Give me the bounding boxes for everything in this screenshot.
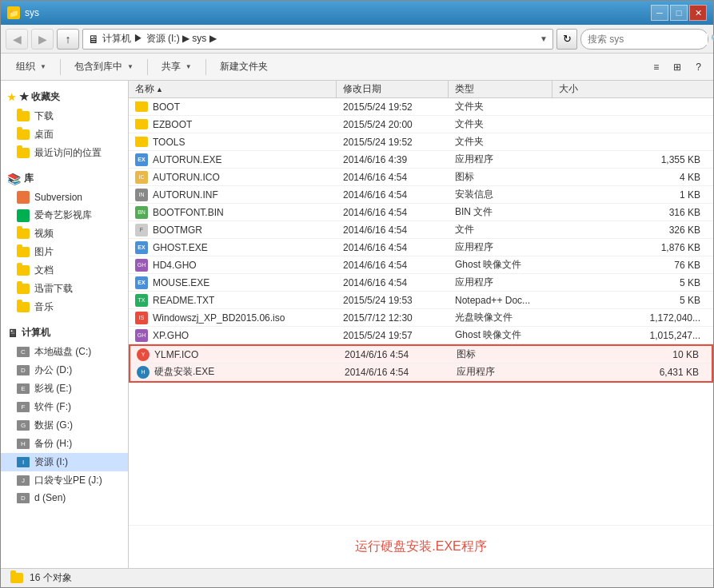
file-type-cell: Ghost 映像文件 <box>449 258 552 272</box>
refresh-button[interactable]: ↻ <box>556 29 577 50</box>
ico-icon: IC <box>135 171 148 184</box>
sidebar-item-drive-d2[interactable]: D d (Sen) <box>1 490 128 506</box>
file-name-cell: IC AUTORUN.ICO <box>129 171 337 184</box>
file-name-cell: Y YLMF.ICO <box>130 348 338 361</box>
share-dropdown-icon: ▼ <box>185 63 192 70</box>
folder-icon <box>17 302 30 312</box>
sidebar-item-drive-j[interactable]: J 口袋专业PE (J:) <box>1 471 128 490</box>
sidebar-item-drive-c[interactable]: C 本地磁盘 (C:) <box>1 343 128 361</box>
sidebar-favorites-header[interactable]: ★ ★ 收藏夹 <box>1 87 128 107</box>
up-button[interactable]: ↑ <box>57 29 79 50</box>
file-size-cell: 6,431 KB <box>554 367 712 378</box>
col-header-size[interactable]: 大小 <box>552 81 713 97</box>
table-row[interactable]: GH XP.GHO 2015/5/24 19:57 Ghost 映像文件 1,0… <box>129 327 713 344</box>
organize-button[interactable]: 组织 ▼ <box>7 56 55 78</box>
table-row[interactable]: TX README.TXT 2015/5/24 19:53 Notepad++ … <box>129 292 713 309</box>
file-date-cell: 2015/5/24 19:52 <box>337 101 449 113</box>
title-bar-left: 📁 sys <box>7 6 39 19</box>
sidebar-item-pictures[interactable]: 图片 <box>1 243 128 261</box>
sidebar-item-video[interactable]: 视频 <box>1 224 128 243</box>
view-list-button[interactable]: ≡ <box>648 56 664 78</box>
sidebar-item-documents[interactable]: 文档 <box>1 261 128 280</box>
sidebar-item-drive-g[interactable]: G 数据 (G:) <box>1 416 128 435</box>
file-date-cell: 2015/5/24 19:57 <box>337 330 449 341</box>
iqiyi-icon <box>17 209 30 222</box>
sidebar-item-drive-f[interactable]: F 软件 (F:) <box>1 398 128 416</box>
table-row[interactable]: GH HD4.GHO 2014/6/16 4:54 Ghost 映像文件 76 … <box>129 256 713 274</box>
file-date-cell: 2014/6/16 4:54 <box>337 189 449 201</box>
sidebar-computer-header[interactable]: 🖥 计算机 <box>1 323 128 343</box>
computer-icon: 🖥 <box>7 327 18 340</box>
sidebar-item-desktop[interactable]: 桌面 <box>1 125 128 144</box>
sidebar-item-drive-d[interactable]: D 办公 (D:) <box>1 361 128 379</box>
table-row[interactable]: IN AUTORUN.INF 2014/6/16 4:54 安装信息 1 KB <box>129 186 713 204</box>
table-row[interactable]: H 硬盘安装.EXE 2014/6/16 4:54 应用程序 6,431 KB <box>130 364 712 381</box>
table-row[interactable]: Y YLMF.ICO 2014/6/16 4:54 图标 10 KB <box>130 346 712 364</box>
table-row[interactable]: TOOLS 2015/5/24 19:52 文件夹 <box>129 133 713 151</box>
file-type-cell: 图标 <box>449 170 552 184</box>
window: 📁 sys ─ □ ✕ ◀ ▶ ↑ 🖥 计算机 ▶ 资源 (I:) ▶ sys … <box>0 0 714 588</box>
toolbar-separator-3 <box>205 59 206 75</box>
file-size-cell: 1,015,247... <box>552 330 713 341</box>
file-date-cell: 2015/5/24 19:53 <box>337 295 449 306</box>
file-size-cell: 10 KB <box>554 349 712 360</box>
sidebar-item-thunder[interactable]: 迅雷下载 <box>1 280 128 298</box>
table-row[interactable]: IC AUTORUN.ICO 2014/6/16 4:54 图标 4 KB <box>129 169 713 186</box>
include-library-button[interactable]: 包含到库中 ▼ <box>66 56 142 78</box>
new-folder-button[interactable]: 新建文件夹 <box>211 56 277 78</box>
folder-icon <box>135 101 148 112</box>
file-name-cell: H 硬盘安装.EXE <box>130 365 338 379</box>
table-row[interactable]: BOOT 2015/5/24 19:52 文件夹 <box>129 98 713 116</box>
share-button[interactable]: 共享 ▼ <box>153 56 201 78</box>
file-size-cell: 1,876 KB <box>552 242 713 253</box>
close-button[interactable]: ✕ <box>689 5 707 21</box>
search-input[interactable] <box>588 34 708 45</box>
file-name-cell: F BOOTMGR <box>129 224 337 236</box>
sidebar-library-header[interactable]: 📚 库 <box>1 169 128 189</box>
sidebar-item-drive-e[interactable]: E 影视 (E:) <box>1 379 128 398</box>
file-type-cell: 文件 <box>449 223 552 236</box>
col-header-type[interactable]: 类型 <box>449 81 552 97</box>
status-count: 16 个对象 <box>30 571 72 585</box>
file-name-cell: GH XP.GHO <box>129 329 337 342</box>
minimize-button[interactable]: ─ <box>651 5 668 21</box>
file-name-cell: GH HD4.GHO <box>129 259 337 272</box>
search-icon: 🔍 <box>711 34 714 45</box>
help-button[interactable]: ? <box>690 56 707 78</box>
sidebar-item-drive-h[interactable]: H 备份 (H:) <box>1 435 128 453</box>
table-row[interactable]: EX MOUSE.EXE 2014/6/16 4:54 应用程序 5 KB <box>129 274 713 292</box>
col-header-date[interactable]: 修改日期 <box>337 81 449 97</box>
file-name-cell: TX README.TXT <box>129 294 337 307</box>
search-bar[interactable]: 🔍 <box>580 29 708 50</box>
sidebar-item-drive-i[interactable]: I 资源 (I:) <box>1 453 128 471</box>
sidebar-item-subversion[interactable]: Subversion <box>1 189 128 206</box>
file-date-cell: 2014/6/16 4:54 <box>337 172 449 183</box>
address-dropdown-arrow[interactable]: ▼ <box>540 34 548 43</box>
table-row[interactable]: BN BOOTFONT.BIN 2014/6/16 4:54 BIN 文件 31… <box>129 204 713 221</box>
file-type-cell: 应用程序 <box>449 276 552 289</box>
maximize-button[interactable]: □ <box>670 5 688 21</box>
table-row[interactable]: F BOOTMGR 2014/6/16 4:54 文件 326 KB <box>129 221 713 239</box>
table-row[interactable]: EZBOOT 2015/5/24 20:00 文件夹 <box>129 116 713 133</box>
address-path: 计算机 ▶ 资源 (I:) ▶ sys ▶ <box>102 32 536 46</box>
sidebar-item-iqiyi[interactable]: 爱奇艺影视库 <box>1 206 128 224</box>
sidebar-item-downloads[interactable]: 下载 <box>1 107 128 125</box>
txt-icon: TX <box>135 294 148 307</box>
ghost-icon: GH <box>135 259 148 272</box>
folder-icon <box>17 247 30 257</box>
address-bar[interactable]: 🖥 计算机 ▶ 资源 (I:) ▶ sys ▶ ▼ <box>82 29 553 50</box>
view-tiles-button[interactable]: ⊞ <box>668 56 687 78</box>
library-icon: 📚 <box>7 173 21 185</box>
table-row[interactable]: EX AUTORUN.EXE 2014/6/16 4:39 应用程序 1,355… <box>129 151 713 169</box>
folder-icon <box>17 265 30 276</box>
sidebar-library-section: 📚 库 Subversion 爱奇艺影视库 视频 图片 <box>1 169 128 316</box>
table-row[interactable]: EX GHOST.EXE 2014/6/16 4:54 应用程序 1,876 K… <box>129 239 713 256</box>
table-row[interactable]: IS Windowszj_XP_BD2015.06.iso 2015/7/12 … <box>129 309 713 327</box>
back-button[interactable]: ◀ <box>6 29 28 50</box>
sidebar-item-music[interactable]: 音乐 <box>1 298 128 316</box>
forward-button[interactable]: ▶ <box>31 29 54 50</box>
col-header-name[interactable]: 名称 ▲ <box>129 81 337 97</box>
file-list-container: 名称 ▲ 修改日期 类型 大小 BOOT <box>129 81 713 568</box>
sidebar-item-recent[interactable]: 最近访问的位置 <box>1 144 128 162</box>
window-title: sys <box>25 7 39 18</box>
